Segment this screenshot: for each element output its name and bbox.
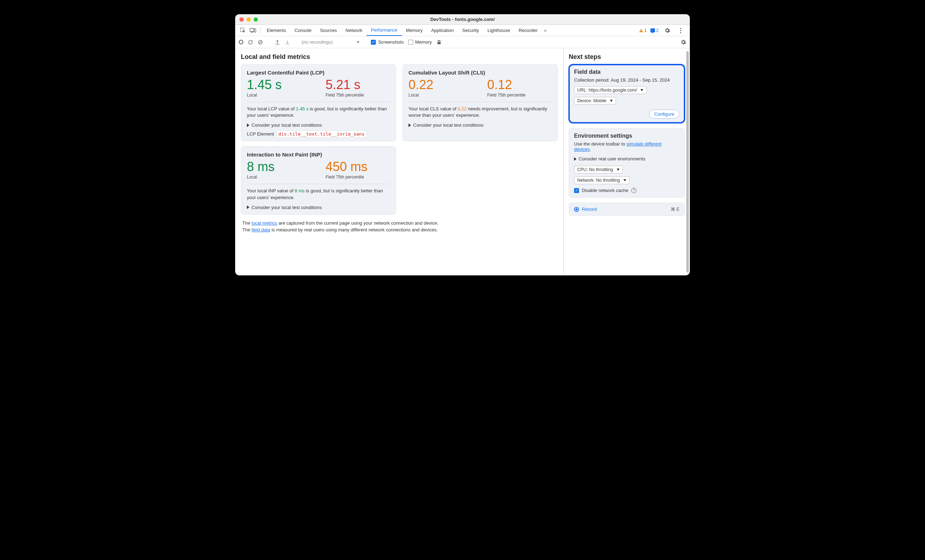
tab-sources[interactable]: Sources [316, 25, 341, 36]
field-data-link[interactable]: field data [252, 227, 270, 233]
checkbox-checked-icon: ✓ [574, 188, 579, 193]
configure-button[interactable]: Configure [649, 110, 679, 119]
footnote: The local metrics are captured from the … [241, 220, 558, 234]
garbage-collect-icon[interactable] [436, 39, 442, 45]
reload-record-button[interactable] [248, 39, 253, 45]
memory-toggle[interactable]: Memory [408, 39, 432, 45]
inspect-element-icon[interactable] [238, 28, 248, 33]
network-throttling-select[interactable]: Network: No throttling [574, 176, 630, 184]
record-label: Record [582, 207, 597, 212]
tab-security[interactable]: Security [458, 25, 483, 36]
disclosure-triangle-icon [247, 206, 249, 209]
inp-field-value: 450 ms [326, 160, 390, 174]
warning-icon [639, 29, 643, 32]
checkbox-icon [408, 40, 413, 45]
inp-description: Your local INP value of 8 ms is good, bu… [247, 188, 390, 201]
warnings-count: 1 [644, 28, 647, 33]
main-heading: Local and field metrics [241, 53, 558, 61]
lcp-card: Largest Contentful Paint (LCP) 1.45 s Lo… [241, 64, 396, 141]
messages-count: 2 [656, 28, 658, 33]
window-title: DevTools - fonts.google.com/ [235, 17, 690, 22]
field-data-card: Field data Collection period: Aug 19, 20… [569, 64, 685, 123]
memory-label: Memory [415, 39, 432, 45]
cls-field-value: 0.12 [487, 78, 552, 92]
inp-expander[interactable]: Consider your local test conditions [247, 205, 390, 210]
more-tabs-icon[interactable]: » [544, 28, 546, 33]
chevron-down-icon [624, 179, 626, 181]
device-select[interactable]: Device: Mobile [574, 97, 616, 105]
field-data-title: Field data [574, 69, 679, 75]
chevron-down-icon [617, 168, 619, 171]
screenshots-toggle[interactable]: ✓ Screenshots [371, 39, 404, 45]
svg-point-4 [680, 28, 681, 29]
load-profile-button[interactable] [274, 39, 280, 45]
settings-gear-icon[interactable] [662, 27, 672, 33]
tab-elements[interactable]: Elements [262, 25, 290, 36]
separator [260, 27, 261, 34]
main-panel: Local and field metrics Largest Contentf… [235, 48, 564, 275]
tab-console[interactable]: Console [290, 25, 316, 36]
inp-local-value: 8 ms [247, 160, 312, 174]
svg-rect-2 [251, 32, 253, 33]
messages-badge[interactable]: 2 [651, 28, 658, 33]
screenshots-label: Screenshots [378, 39, 404, 45]
lcp-element-row: LCP Element div.tile__text.tile__inria_s… [247, 131, 390, 137]
local-metrics-link[interactable]: local metrics [252, 221, 277, 226]
environment-title: Environment settings [574, 133, 679, 139]
record-button[interactable] [239, 40, 243, 44]
performance-toolbar: (no recordings) ✓ Screenshots Memory [235, 36, 690, 48]
tab-performance[interactable]: Performance [367, 25, 401, 36]
metric-cards-row-1: Largest Contentful Paint (LCP) 1.45 s Lo… [241, 64, 558, 141]
save-profile-button[interactable] [285, 39, 290, 45]
tab-recorder[interactable]: Recorder [514, 25, 542, 36]
inp-field-label: Field 75th percentile [326, 174, 390, 180]
lcp-local-label: Local [247, 93, 312, 98]
content-split: Local and field metrics Largest Contentf… [235, 48, 690, 275]
lcp-element-selector[interactable]: div.tile__text.tile__inria_sans [277, 131, 367, 137]
clear-button[interactable] [258, 39, 263, 45]
recordings-select[interactable]: (no recordings) [301, 39, 360, 45]
environment-expander[interactable]: Consider real user environments [574, 156, 679, 161]
message-icon [651, 29, 655, 32]
side-panel: Next steps Field data Collection period:… [564, 48, 690, 275]
lcp-expander[interactable]: Consider your local test conditions [247, 122, 390, 128]
tab-network[interactable]: Network [341, 25, 367, 36]
tab-memory[interactable]: Memory [402, 25, 427, 36]
record-shortcut: ⌘ E [670, 207, 679, 212]
svg-point-5 [680, 30, 681, 31]
tab-lighthouse[interactable]: Lighthouse [483, 25, 514, 36]
lcp-field-label: Field 75th percentile [326, 93, 390, 98]
cls-expander[interactable]: Consider your local test conditions [408, 122, 552, 128]
svg-rect-1 [250, 29, 254, 32]
kebab-menu-icon[interactable] [676, 28, 685, 33]
disable-cache-label: Disable network cache [582, 188, 628, 193]
url-select[interactable]: URL: https://fonts.google.com/ [574, 86, 646, 94]
scrollbar[interactable] [686, 51, 689, 273]
cpu-throttling-select[interactable]: CPU: No throttling [574, 166, 623, 174]
disable-cache-row[interactable]: ✓ Disable network cache ? [574, 188, 679, 193]
chevron-down-icon [640, 89, 643, 91]
panel-tabbar: Elements Console Sources Network Perform… [235, 25, 690, 36]
devtools-window: DevTools - fonts.google.com/ Elements Co… [235, 14, 690, 275]
cls-description: Your local CLS value of 0.22 needs impro… [408, 106, 552, 119]
divider [247, 184, 390, 184]
recordings-select-value: (no recordings) [301, 39, 333, 45]
svg-line-8 [259, 41, 262, 44]
disclosure-triangle-icon [574, 157, 577, 161]
checkbox-checked-icon: ✓ [371, 40, 376, 45]
cls-local-label: Local [408, 93, 473, 98]
lcp-description: Your local LCP value of 1.45 s is good, … [247, 106, 390, 119]
disclosure-triangle-icon [247, 123, 249, 127]
warnings-badge[interactable]: 1 [639, 28, 647, 33]
tab-application[interactable]: Application [427, 25, 458, 36]
inp-local-label: Local [247, 174, 312, 180]
environment-card: Environment settings Use the device tool… [569, 128, 685, 198]
help-icon[interactable]: ? [631, 188, 637, 193]
svg-rect-3 [255, 29, 256, 32]
record-card[interactable]: Record ⌘ E [569, 203, 685, 216]
device-toolbar-icon[interactable] [248, 28, 258, 33]
cls-local-value: 0.22 [408, 78, 473, 92]
capture-settings-gear-icon[interactable] [680, 39, 686, 45]
inp-card: Interaction to Next Paint (INP) 8 ms Loc… [241, 146, 396, 214]
lcp-title: Largest Contentful Paint (LCP) [247, 69, 390, 76]
